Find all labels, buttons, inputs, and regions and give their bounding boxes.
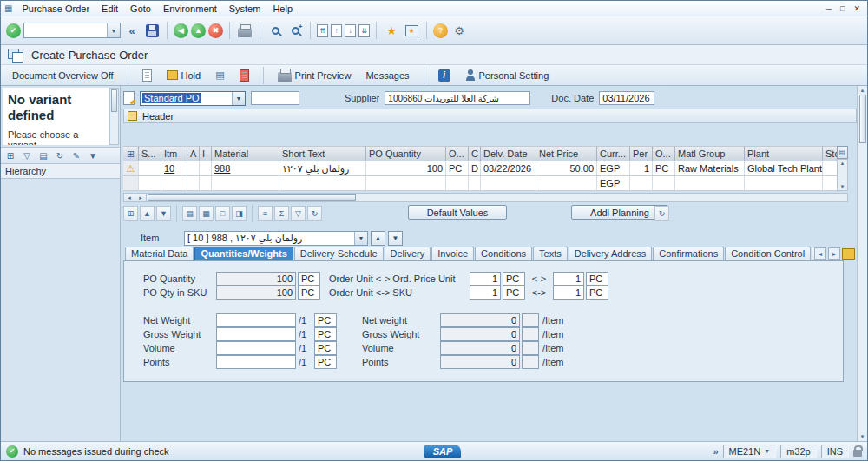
find-button[interactable] (266, 22, 284, 39)
column-header-order-price-unit[interactable]: O... (653, 146, 675, 161)
cell-c[interactable] (469, 176, 481, 191)
gross-weight-total-field[interactable]: 0 (440, 327, 520, 341)
grid-configuration-button[interactable]: ▤ (837, 146, 848, 159)
cell-order-unit[interactable]: PC (446, 161, 469, 176)
grid-horizontal-scrollbar[interactable]: ◂ ▸ (123, 193, 848, 202)
personal-setting-button[interactable]: Personal Setting (461, 69, 554, 82)
command-field[interactable]: ▼ (23, 23, 121, 38)
chevron-down-icon[interactable]: ▼ (764, 448, 770, 454)
po-quantity-unit-field[interactable]: PC (298, 272, 320, 286)
points-unit-field[interactable]: PC (314, 355, 337, 369)
doc-date-field[interactable]: 03/11/2026 (599, 91, 654, 105)
column-header-net-price[interactable]: Net Price (536, 146, 597, 161)
minimize-icon[interactable]: ─ (826, 4, 832, 13)
tab-material-data[interactable]: Material Data (125, 247, 194, 261)
cell-per[interactable]: 1 (630, 161, 653, 176)
cell-status[interactable] (139, 176, 161, 191)
tab-delivery-schedule[interactable]: Delivery Schedule (294, 247, 384, 261)
insert-mode-field[interactable]: INS (821, 445, 849, 458)
previous-item-button[interactable]: ▲ (371, 231, 385, 246)
conversion-denominator-field[interactable]: 1 (553, 272, 584, 286)
scrollbar-thumb[interactable] (148, 194, 356, 201)
order-type-code-field[interactable] (251, 91, 299, 105)
print-button[interactable] (236, 22, 253, 39)
cell-order-price-unit[interactable] (653, 176, 675, 191)
layout-button[interactable]: ▤ (36, 148, 50, 162)
tab-overview-icon[interactable] (842, 248, 855, 260)
maximize-icon[interactable]: □ (840, 4, 845, 13)
order-type-combo[interactable]: Standard PO ▼ (140, 91, 246, 106)
cell-currency[interactable]: EGP (597, 161, 630, 176)
points-total-unit-field[interactable] (522, 355, 539, 369)
conversion-unit-field[interactable]: PC (586, 286, 608, 300)
exit-button[interactable]: ▲ (191, 23, 206, 38)
cell-storage-location[interactable] (823, 161, 837, 176)
copy-item-button[interactable]: □ (215, 206, 230, 221)
next-page-button[interactable]: ↓ (345, 24, 356, 37)
tab-texts[interactable]: Texts (533, 247, 568, 261)
column-header-delv-date[interactable]: Delv. Date (481, 146, 536, 161)
cell-itm[interactable] (161, 176, 187, 191)
scroll-down-icon[interactable]: ▼ (840, 184, 845, 189)
select-all-header[interactable]: ⊞ (123, 146, 139, 161)
menu-system[interactable]: System (223, 3, 267, 15)
cell-a[interactable] (187, 176, 200, 191)
print-preview-button[interactable]: Print Preview (273, 68, 356, 82)
hold-button[interactable]: Hold (162, 69, 206, 82)
po-quantity-field[interactable]: 100 (216, 272, 296, 286)
enter-button[interactable]: ✔ (6, 23, 21, 38)
gross-weight-total-unit-field[interactable] (522, 327, 539, 341)
cell-i[interactable] (200, 176, 212, 191)
tab-quantities-weights[interactable]: Quantities/Weights (194, 247, 293, 261)
cell-material[interactable]: 988 (212, 161, 279, 176)
details-button[interactable]: ⊞ (123, 206, 138, 221)
cell-plant[interactable]: Global Tech Plant ... (745, 161, 823, 176)
scroll-up-icon[interactable]: ▲ (840, 161, 845, 166)
tab-scroll-right-button[interactable]: ▸ (828, 247, 840, 260)
find-next-button[interactable]: + (286, 22, 304, 39)
column-header-currency[interactable]: Curr... (597, 146, 630, 161)
cell-short-text[interactable] (279, 176, 366, 191)
po-qty-sku-field[interactable]: 100 (216, 286, 296, 300)
po-qty-sku-unit-field[interactable]: PC (298, 286, 320, 300)
header-section-bar[interactable]: Header (123, 109, 857, 123)
main-vertical-scrollbar[interactable]: ▲ ▼ (857, 86, 867, 441)
cell-order-unit[interactable] (446, 176, 469, 191)
cell-per[interactable] (630, 176, 653, 191)
cell-c[interactable]: D (469, 161, 481, 176)
new-session-button[interactable]: ★ (383, 22, 400, 39)
tab-confirmations[interactable]: Confirmations (653, 247, 724, 261)
last-page-button[interactable]: ⇊ (358, 24, 370, 37)
cell-storage-location[interactable] (823, 176, 837, 191)
column-header-material[interactable]: Material (212, 146, 279, 161)
volume-total-unit-field[interactable] (522, 341, 539, 355)
column-header-order-unit[interactable]: O... (446, 146, 469, 161)
refresh-planning-button[interactable]: ↻ (654, 206, 669, 221)
conversion-numerator-field[interactable]: 1 (470, 286, 501, 300)
menu-help[interactable]: Help (266, 3, 299, 15)
net-weight-total-field[interactable]: 0 (440, 313, 520, 327)
settings-button[interactable]: ≡ (258, 206, 273, 221)
net-weight-field[interactable] (216, 313, 296, 327)
previous-page-button[interactable]: ↑ (331, 24, 342, 37)
column-header-storage-location[interactable]: Stor. L... (823, 146, 837, 161)
material-number[interactable]: 988 (214, 163, 230, 174)
cell-po-quantity[interactable]: 100 (366, 161, 446, 176)
conversion-unit-field[interactable]: PC (586, 272, 608, 286)
close-icon[interactable]: ✕ (853, 4, 860, 13)
check-document-button[interactable] (235, 69, 253, 82)
column-header-a[interactable]: A (187, 146, 200, 161)
gross-weight-field[interactable] (216, 327, 296, 341)
save-button[interactable] (143, 22, 161, 39)
column-header-matl-group[interactable]: Matl Group (675, 146, 745, 161)
conversion-unit-field[interactable]: PC (503, 272, 525, 286)
filter-button[interactable]: ▽ (291, 206, 306, 221)
column-header-c[interactable]: C (469, 146, 481, 161)
cell-net-price[interactable]: 50.00 (536, 161, 597, 176)
document-overview-button[interactable]: Document Overview Off (8, 69, 118, 82)
cell-net-price[interactable] (536, 176, 597, 191)
layout-button[interactable]: ↻ (307, 206, 322, 221)
conversion-denominator-field[interactable]: 1 (553, 286, 584, 300)
column-header-short-text[interactable]: Short Text (279, 146, 366, 161)
volume-total-field[interactable]: 0 (440, 341, 520, 355)
